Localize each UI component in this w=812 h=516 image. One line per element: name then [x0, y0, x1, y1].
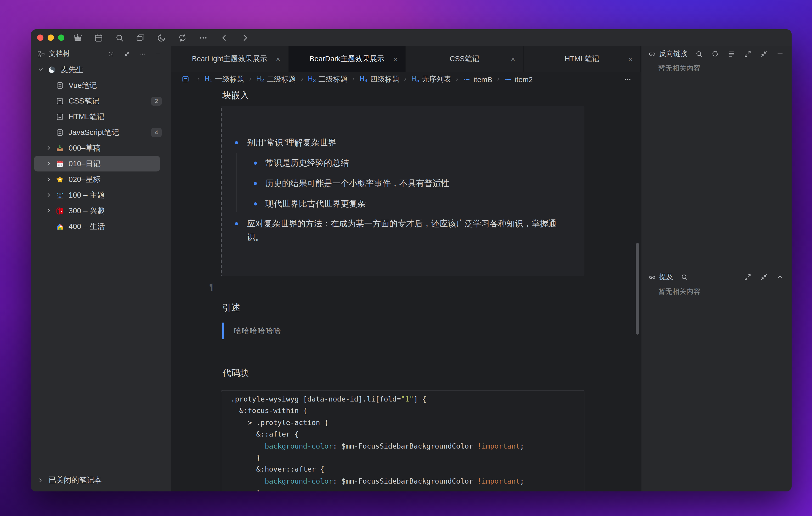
link-icon [648, 50, 656, 58]
sponsor-button[interactable] [73, 33, 82, 42]
document-content[interactable]: 块嵌入 别用“常识”理解复杂世界 常识是历史经验的总结历史的结果可能是一个小概率… [171, 87, 641, 491]
yinyang-icon [48, 66, 56, 73]
tab-4[interactable]: HTML笔记× [523, 46, 641, 72]
minus-button[interactable] [775, 49, 785, 59]
breadcrumb-item[interactable]: H4四级标题 [360, 74, 400, 84]
breadcrumb-item[interactable]: itemB [463, 75, 492, 83]
refresh-button[interactable] [710, 49, 720, 59]
panel-more-button[interactable] [140, 49, 149, 59]
go-back-button[interactable] [219, 33, 229, 42]
chevron-right-icon[interactable] [46, 192, 52, 198]
close-tab-button[interactable]: × [276, 55, 280, 62]
tree-item[interactable]: 麦先生 [31, 62, 171, 78]
go-forward-button[interactable] [240, 33, 250, 42]
list-item[interactable]: 现代世界比古代世界更复杂 [254, 197, 572, 211]
editor-scrollbar[interactable] [636, 243, 639, 335]
list-item[interactable]: 历史的结果可能是一个小概率事件，不具有普适性 [254, 177, 572, 190]
zoom-button[interactable] [58, 34, 64, 41]
collapse-icon [760, 273, 767, 281]
daily-note-button[interactable] [94, 33, 103, 42]
sync-button[interactable] [177, 33, 187, 42]
tab-3[interactable]: CSS笔记× [406, 46, 523, 72]
breadcrumb-label: 四级标题 [370, 74, 400, 84]
expand-button[interactable] [743, 272, 752, 282]
blockquote-text: 哈哈哈哈哈哈 [234, 326, 281, 336]
closed-notebooks-row[interactable]: 已关闭的笔记本 [31, 468, 171, 491]
close-tab-button[interactable]: × [628, 55, 633, 62]
code-block[interactable]: .protyle-wysiwyg [data-node-id].li[fold=… [221, 390, 584, 491]
expand-button[interactable] [743, 49, 752, 59]
tree-item[interactable]: 300 – 兴趣 [31, 203, 171, 218]
list-item[interactable]: 应对复杂世界的方法：在成为某一方面的专才后，还应该广泛学习各种知识，掌握通识。 [234, 217, 572, 244]
breadcrumb-item[interactable]: H5无序列表 [411, 74, 451, 84]
breadcrumb-label: 三级标题 [318, 74, 348, 84]
breadcrumb-separator-icon [455, 77, 459, 82]
tree-item[interactable]: 010–日记 [31, 156, 171, 172]
tab-2[interactable]: BearDark主题效果展示× [289, 46, 406, 72]
breadcrumb-item[interactable]: item2 [504, 75, 532, 83]
mentions-title: 提及 [659, 272, 673, 282]
chevron-right-icon[interactable] [46, 208, 52, 214]
person-icon [56, 191, 64, 199]
tree-item[interactable]: HTML笔记 [31, 109, 171, 124]
bullet [254, 182, 257, 185]
ellipsis-icon [624, 75, 631, 83]
tree-item[interactable]: 000–草稿 [31, 140, 171, 156]
breadcrumb-item[interactable]: H1一级标题 [205, 74, 244, 84]
tree-item-label: HTML笔记 [68, 112, 105, 122]
doc-icon [56, 113, 64, 121]
chevron-right-icon [38, 477, 44, 483]
heading-tag: H3 [308, 75, 316, 83]
doc-tree-icon [37, 50, 45, 58]
list-item-text: 现代世界比古代世界更复杂 [265, 197, 366, 211]
tab-1[interactable]: BearLight主题效果展示× [171, 46, 289, 72]
minimize-button[interactable] [48, 34, 54, 41]
chevron-right-icon[interactable] [46, 176, 52, 182]
breadcrumb-separator-icon [299, 77, 304, 82]
backlinks-header: 反向链接 [641, 46, 791, 62]
tree-item[interactable]: JavaScript笔记4 [31, 124, 171, 140]
global-search-button[interactable] [115, 33, 124, 42]
breadcrumb-label: item2 [515, 75, 532, 83]
mentions-search-button[interactable] [679, 272, 689, 282]
chevron-down-icon[interactable] [38, 66, 44, 73]
app-window: 文档树 麦先生Vue笔记CSS笔记2HTML笔记JavaScript笔记4000… [31, 29, 791, 491]
ellipsis-icon [140, 50, 145, 58]
tree-item[interactable]: 020–星标 [31, 172, 171, 187]
breadcrumb-item[interactable]: H2二级标题 [256, 74, 296, 84]
ellipsis-icon [199, 33, 207, 42]
panel-min-button[interactable] [155, 49, 165, 59]
collapse-all-button[interactable] [124, 49, 134, 59]
tree-item[interactable]: 100 – 主题 [31, 187, 171, 203]
breadcrumb-separator-icon [248, 77, 253, 82]
more-button[interactable] [198, 33, 208, 42]
embed-block[interactable]: 别用“常识”理解复杂世界 常识是历史经验的总结历史的结果可能是一个小概率事件，不… [221, 105, 584, 276]
breadcrumb-doc-item[interactable] [181, 75, 193, 83]
backlinks-section: 反向链接 暂无相关内容 [641, 46, 791, 269]
toolbar-buttons [73, 33, 250, 42]
list-button[interactable] [727, 49, 736, 59]
collapse-button[interactable] [759, 272, 768, 282]
focus-current-doc-button[interactable] [108, 49, 118, 59]
blockquote[interactable]: 哈哈哈哈哈哈 [222, 323, 641, 339]
bullet [254, 161, 257, 165]
close-tab-button[interactable]: × [511, 55, 515, 62]
list-item[interactable]: 别用“常识”理解复杂世界 [234, 136, 572, 150]
breadcrumb-label: 二级标题 [267, 74, 296, 84]
breadcrumb-more-button[interactable] [622, 74, 632, 84]
chevron-right-icon[interactable] [46, 160, 52, 167]
tree-item[interactable]: 400 – 生活 [31, 218, 171, 234]
traffic-lights [31, 34, 72, 41]
chevron-right-icon[interactable] [46, 145, 52, 151]
breadcrumb-item[interactable]: H3三级标题 [308, 74, 348, 84]
switch-window-button[interactable] [136, 33, 145, 42]
tree-item[interactable]: CSS笔记2 [31, 93, 171, 109]
collapse-button[interactable] [759, 49, 768, 59]
search-button[interactable] [694, 49, 704, 59]
chevron-up-button[interactable] [775, 272, 785, 282]
close-button[interactable] [37, 34, 44, 41]
list-item[interactable]: 常识是历史经验的总结 [254, 156, 572, 170]
tree-item[interactable]: Vue笔记 [31, 78, 171, 93]
close-tab-button[interactable]: × [394, 55, 398, 62]
theme-toggle-button[interactable] [156, 33, 166, 42]
